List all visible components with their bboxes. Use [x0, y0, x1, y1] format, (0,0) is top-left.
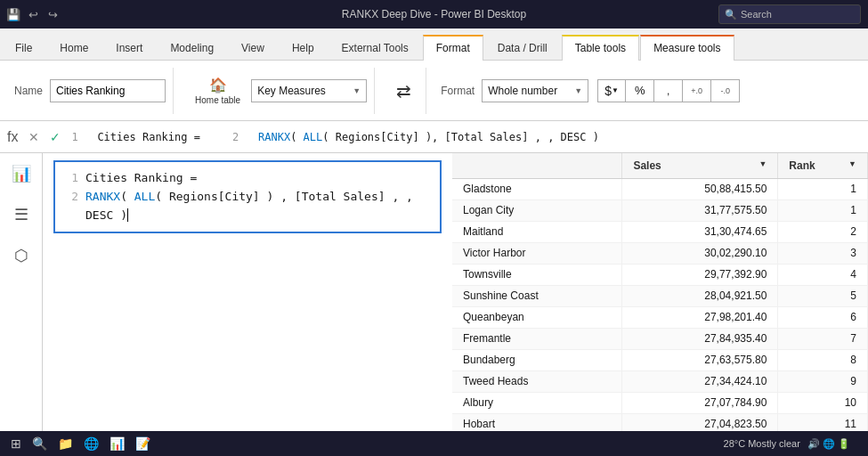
currency-icon: $: [604, 84, 612, 98]
cell-rank: 7: [778, 328, 868, 349]
formula-code-box[interactable]: 1 Cities Ranking = 2 RANKX( ALL( Regions…: [53, 160, 442, 233]
table-row: Hobart 27,04,823.50 11: [452, 413, 868, 431]
tab-home[interactable]: Home: [46, 36, 101, 61]
formula-editor-area: 1 Cities Ranking = 2 RANKX( ALL( Regions…: [43, 153, 452, 431]
statusbar-right: 28°C Mostly clear 🔊 🌐 🔋: [724, 438, 857, 450]
cell-city: Bundaberg: [452, 349, 622, 370]
name-label: Name: [14, 85, 43, 97]
formula-actions: ✕ ✓: [25, 128, 64, 146]
home-table-label: Home table: [195, 95, 240, 105]
tab-external-tools[interactable]: External Tools: [329, 36, 422, 61]
tab-measure-tools[interactable]: Measure tools: [640, 35, 734, 61]
taskbar-app2-icon[interactable]: 🌐: [84, 436, 99, 451]
tab-table-tools[interactable]: Table tools: [562, 35, 639, 61]
cell-rank: 11: [778, 413, 868, 431]
taskbar-app3-icon[interactable]: 📊: [110, 436, 125, 451]
tab-modeling[interactable]: Modeling: [157, 36, 227, 61]
save-icon[interactable]: 💾: [7, 8, 20, 20]
model-view-icon[interactable]: ⬡: [11, 242, 32, 269]
report-view-icon[interactable]: 📊: [8, 160, 35, 187]
decimal-inc-button[interactable]: +.0: [683, 79, 711, 102]
cell-sales: 27,63,575.80: [622, 349, 778, 370]
percent-button[interactable]: %: [626, 79, 654, 102]
ribbon-group-name: Name: [7, 68, 174, 114]
cell-city: Hobart: [452, 413, 622, 431]
decimal-dec-button[interactable]: -.0: [711, 79, 740, 102]
cell-city: Albury: [452, 392, 622, 413]
cell-sales: 31,30,474.65: [622, 221, 778, 242]
ribbon-group-sync: ⇄: [382, 68, 426, 114]
currency-button[interactable]: $ ▼: [597, 79, 626, 102]
cell-sales: 50,88,415.50: [622, 178, 778, 200]
rankx-keyword: RANKX: [85, 190, 120, 203]
sync-btn[interactable]: ⇄: [389, 77, 418, 105]
cell-rank: 6: [778, 306, 868, 328]
table-row: Logan City 31,77,575.50 1: [452, 200, 868, 221]
col-header-sales[interactable]: Sales ▼: [622, 153, 778, 178]
cell-sales: 27,84,935.40: [622, 328, 778, 349]
currency-dropdown-icon: ▼: [612, 86, 619, 94]
comma-button[interactable]: ,: [654, 79, 683, 102]
search-taskbar-icon[interactable]: 🔍: [32, 436, 47, 451]
formula-confirm-button[interactable]: ✓: [46, 128, 64, 146]
col-header-rank[interactable]: Rank ▼: [778, 153, 868, 178]
col-header-city: [452, 153, 622, 178]
table-row: Gladstone 50,88,415.50 1: [452, 178, 868, 200]
key-measures-arrow-icon: ▼: [353, 86, 361, 95]
table-row: Fremantle 27,84,935.40 7: [452, 328, 868, 349]
cell-sales: 27,98,201.40: [622, 306, 778, 328]
data-view-icon[interactable]: ☰: [11, 201, 32, 228]
cell-rank: 1: [778, 200, 868, 221]
home-table-btn[interactable]: 🏠 Home table: [188, 73, 247, 109]
format-dropdown[interactable]: Whole number ▼: [482, 79, 588, 102]
table-header-row: Sales ▼ Rank ▼: [452, 153, 868, 178]
tab-view[interactable]: View: [228, 36, 278, 61]
table-row: Tweed Heads 27,34,424.10 9: [452, 370, 868, 392]
rank-sort-icon: ▼: [848, 159, 856, 168]
sync-icon: ⇄: [396, 80, 411, 102]
decimal-inc-icon: +.0: [691, 86, 702, 95]
cell-rank: 8: [778, 349, 868, 370]
tab-format[interactable]: Format: [423, 35, 483, 61]
line-number-2: 2: [64, 188, 78, 225]
key-measures-value: Key Measures: [257, 85, 326, 97]
formula-text-line1: Cities Ranking =: [85, 169, 197, 188]
cell-sales: 30,02,290.10: [622, 242, 778, 264]
tab-data-drill[interactable]: Data / Drill: [484, 36, 561, 61]
format-value: Whole number: [488, 85, 557, 97]
name-input[interactable]: [50, 79, 166, 102]
start-icon[interactable]: ⊞: [11, 436, 21, 451]
weather-status: 28°C Mostly clear: [724, 438, 800, 449]
ribbon-tabs: File Home Insert Modeling View Help Exte…: [0, 28, 868, 61]
regions-field: Regions[City]: [169, 190, 267, 203]
all-keyword: ALL: [134, 190, 155, 203]
formula-code-line1: 1 Cities Ranking =: [64, 169, 431, 188]
key-measures-dropdown[interactable]: Key Measures ▼: [251, 79, 367, 102]
cell-city: Maitland: [452, 221, 622, 242]
system-tray: 🔊 🌐 🔋: [807, 438, 850, 450]
cell-rank: 10: [778, 392, 868, 413]
tab-file[interactable]: File: [2, 36, 45, 61]
statusbar: ⊞ 🔍 📁 🌐 📊 📝 28°C Mostly clear 🔊 🌐 🔋: [0, 431, 868, 456]
main-area: 📊 ☰ ⬡ 1 Cities Ranking = 2 RANKX( ALL( R…: [0, 153, 868, 431]
taskbar-app1-icon[interactable]: 📁: [58, 436, 73, 451]
formula-code-line2: 2 RANKX( ALL( Regions[City] ) , [Total S…: [64, 188, 431, 225]
data-table-area: Sales ▼ Rank ▼ Gladstone 50,88,415.50 1 …: [452, 153, 868, 431]
cell-rank: 1: [778, 178, 868, 200]
search-bar[interactable]: 🔍 Search: [718, 4, 861, 24]
format-label: Format: [441, 85, 475, 97]
sales-sort-icon: ▼: [758, 159, 767, 168]
tab-insert[interactable]: Insert: [102, 36, 156, 61]
cell-city: Gladstone: [452, 178, 622, 200]
table-row: Maitland 31,30,474.65 2: [452, 221, 868, 242]
redo-icon[interactable]: ↪: [46, 8, 59, 20]
ribbon-group-home-table: 🏠 Home table Key Measures ▼: [181, 68, 375, 114]
table-row: Queanbeyan 27,98,201.40 6: [452, 306, 868, 328]
tab-help[interactable]: Help: [279, 36, 328, 61]
taskbar-app4-icon[interactable]: 📝: [135, 436, 150, 451]
undo-icon[interactable]: ↩: [27, 8, 39, 20]
search-placeholder: Search: [741, 9, 772, 20]
cell-sales: 29,77,392.90: [622, 264, 778, 285]
formula-cancel-button[interactable]: ✕: [25, 128, 43, 146]
percent-icon: %: [635, 84, 645, 97]
